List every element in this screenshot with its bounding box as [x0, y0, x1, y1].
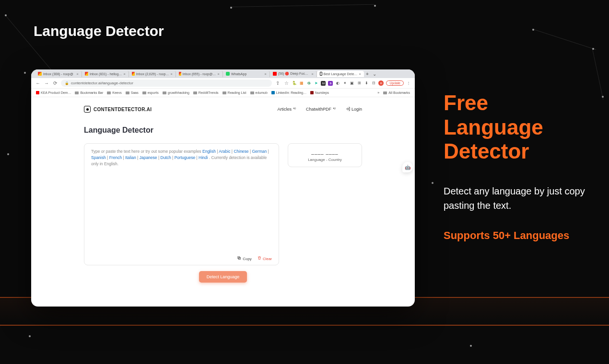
browser-tab[interactable]: WhatsApp×	[223, 71, 270, 77]
bookmark-label: foursteps	[315, 91, 329, 94]
all-bookmarks-button[interactable]: All Bookmarks	[383, 91, 410, 94]
reload-button[interactable]: ⟳	[52, 80, 58, 86]
browser-tab[interactable]: (56) 🔴 Deep Foc…×	[270, 71, 317, 77]
bookmark-label: esports	[148, 91, 159, 94]
ext-icon[interactable]: 🐍	[292, 81, 297, 86]
ext-icon[interactable]: ⊡	[371, 81, 376, 86]
bookmark-label: KEA Product Dem…	[41, 91, 71, 94]
ext-icon[interactable]: ▦	[299, 81, 304, 86]
external-link-icon	[293, 107, 296, 112]
robot-icon: 🤖	[405, 165, 410, 170]
browser-tab[interactable]: Inbox (308) - roop@×	[35, 71, 82, 77]
ext-icon[interactable]: M	[321, 81, 326, 86]
star-icon[interactable]: ☆	[283, 80, 289, 86]
close-icon[interactable]: ×	[217, 72, 220, 76]
ext-icon[interactable]: ▣	[350, 81, 354, 86]
bookmark-item[interactable]: RedditTrends	[193, 91, 219, 94]
close-icon[interactable]: ×	[359, 72, 361, 76]
update-button[interactable]: Update	[386, 80, 404, 86]
detect-language-button[interactable]: Detect Language	[199, 271, 247, 283]
example-language-link[interactable]: Spanish	[91, 155, 106, 160]
browser-tab[interactable]: Inbox (831) - hellog…×	[82, 71, 129, 77]
example-language-link[interactable]: Portuguese	[175, 155, 195, 160]
bookmark-item[interactable]: Reading List	[223, 91, 246, 94]
nav-login[interactable]: Login	[346, 107, 362, 112]
ext-icon[interactable]: G	[306, 81, 311, 86]
example-language-link[interactable]: Dutch	[161, 155, 171, 160]
close-icon[interactable]: ×	[123, 72, 126, 76]
nav-articles[interactable]: Articles	[277, 107, 296, 112]
close-icon[interactable]: ×	[170, 72, 173, 76]
gmail-icon	[38, 72, 42, 76]
bookmark-item[interactable]: LinkedIn: Reading…	[271, 91, 306, 94]
nav-chatpdf[interactable]: ChatwithPDF	[306, 107, 336, 112]
tab-label: (56) 🔴 Deep Foc…	[278, 72, 308, 76]
tab-label: Inbox (2,629) - roop…	[136, 72, 169, 76]
folder-icon	[193, 91, 197, 94]
section-title: Language Detector	[84, 126, 362, 135]
browser-window: Inbox (308) - roop@× Inbox (831) - hello…	[31, 69, 415, 307]
ext-icon[interactable]: ➤	[314, 81, 318, 86]
browser-tab-active[interactable]: Best Language Dete…×	[317, 71, 364, 77]
separator: |	[157, 155, 161, 160]
forward-button[interactable]: →	[44, 80, 49, 86]
ext-icon[interactable]: ◐	[335, 81, 340, 86]
clear-label: Clear	[263, 257, 272, 261]
example-language-link[interactable]: French	[109, 155, 122, 160]
bookmark-item[interactable]: Keevs	[107, 91, 121, 94]
new-tab-button[interactable]: +	[364, 71, 371, 77]
gmail-icon	[132, 72, 135, 76]
browser-tab[interactable]: Inbox (2,629) - roop…×	[129, 71, 176, 77]
logo-icon	[84, 106, 91, 113]
nav-label: ChatwithPDF	[306, 107, 331, 112]
tab-label: Inbox (655) - roop@…	[183, 72, 216, 76]
separator: |	[267, 149, 269, 154]
bookmark-item[interactable]: Saas	[126, 91, 139, 94]
url-input[interactable]: 🔒 contentdetector.ai/language-detector	[61, 80, 272, 87]
extensions-icon[interactable]: ✦	[342, 81, 347, 86]
detector-row: Type or paste the text here or try out s…	[84, 143, 362, 265]
stanford-icon	[310, 91, 314, 94]
browser-tab[interactable]: Inbox (655) - roop@…×	[176, 71, 223, 77]
site-logo[interactable]: CONTENTDETECTOR.AI	[84, 106, 152, 113]
bookmark-item[interactable]: foursteps	[310, 91, 329, 94]
ext-icon[interactable]: S	[328, 81, 333, 86]
tab-dropdown-icon[interactable]: ⌄	[371, 71, 378, 77]
chat-widget[interactable]: 🤖	[402, 162, 413, 172]
close-icon[interactable]: ×	[311, 72, 314, 76]
bookmark-label: Bookmarks Bar	[80, 91, 103, 94]
bookmark-item[interactable]: growthhacking	[163, 91, 189, 94]
folder-icon	[107, 91, 111, 94]
bookmark-item[interactable]: edumob	[250, 91, 268, 94]
bookmark-item[interactable]: esports	[142, 91, 159, 94]
example-language-link[interactable]: Italian	[125, 155, 136, 160]
bookmark-overflow[interactable]: »	[377, 91, 379, 94]
clear-button[interactable]: Clear	[258, 256, 272, 261]
copy-button[interactable]: Copy	[237, 256, 252, 261]
close-icon[interactable]: ×	[76, 72, 79, 76]
ext-icon[interactable]: ⊞	[357, 81, 362, 86]
menu-icon[interactable]: ⋮	[406, 81, 411, 86]
example-language-link[interactable]: Japanese	[140, 155, 157, 160]
example-language-link[interactable]: Arabic	[219, 149, 230, 154]
tab-label: Best Language Dete…	[324, 72, 358, 76]
profile-avatar[interactable]: R	[378, 80, 384, 86]
example-language-link[interactable]: English	[202, 149, 216, 154]
bookmark-item[interactable]: Bookmarks Bar	[75, 91, 103, 94]
bookmark-item[interactable]: KEA Product Dem…	[36, 91, 71, 94]
share-icon[interactable]: ⇪	[275, 80, 281, 86]
download-icon[interactable]: ⬇	[364, 81, 369, 86]
bookmark-label: edumob	[256, 91, 268, 94]
close-icon[interactable]: ×	[264, 72, 267, 76]
result-panel: ____ ____ Language - Country	[288, 143, 362, 167]
input-placeholder: Type or paste the text here or try out s…	[91, 148, 272, 167]
bookmark-label: LinkedIn: Reading…	[276, 91, 306, 94]
example-language-link[interactable]: Hindi	[199, 155, 208, 160]
bookmark-label: Saas	[131, 91, 139, 94]
text-input-panel[interactable]: Type or paste the text here or try out s…	[84, 143, 279, 265]
example-language-link[interactable]: German	[252, 149, 267, 154]
example-language-link[interactable]: Chinese	[234, 149, 248, 154]
gmail-icon	[85, 72, 88, 76]
back-button[interactable]: ←	[35, 80, 41, 86]
page-content: CONTENTDETECTOR.AI Articles ChatwithPDF …	[31, 97, 415, 287]
